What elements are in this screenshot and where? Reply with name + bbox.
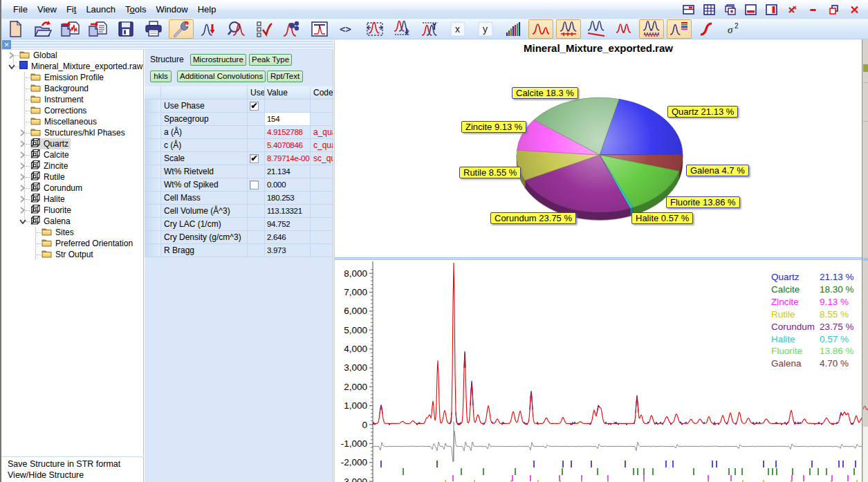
- row-selector[interactable]: [145, 192, 161, 205]
- param-code[interactable]: [311, 231, 333, 244]
- row-selector[interactable]: [145, 100, 161, 113]
- row-selector[interactable]: [145, 218, 161, 231]
- tab-additional-convolutions-button[interactable]: Additional Convolutions: [177, 71, 266, 82]
- tree-item-corrections[interactable]: Corrections: [1, 105, 144, 116]
- tree-item-quartz[interactable]: Quartz: [1, 138, 144, 149]
- toolbar-smooth-curve-button[interactable]: [694, 19, 719, 39]
- row-selector[interactable]: [145, 113, 161, 126]
- row-selector[interactable]: [145, 126, 161, 139]
- menu-launch[interactable]: Launch: [81, 0, 120, 19]
- tree-item-miscellaneous[interactable]: Miscellaneous: [1, 116, 144, 127]
- tree-expand-chevron-icon[interactable]: [19, 138, 26, 150]
- row-selector[interactable]: [145, 165, 161, 178]
- param-code[interactable]: a_qua: [311, 126, 333, 139]
- row-selector[interactable]: [145, 244, 161, 257]
- toolbar-stacked-scans-button[interactable]: [501, 19, 526, 39]
- param-code[interactable]: [311, 178, 333, 192]
- tree-item-emission-profile[interactable]: Emission Profile: [1, 72, 144, 83]
- tree-collapse-chevron-icon[interactable]: [19, 216, 26, 228]
- param-value[interactable]: [265, 100, 311, 113]
- tree-item-sites[interactable]: Sites: [1, 227, 144, 238]
- param-code[interactable]: [311, 205, 333, 218]
- toolbar-hkl-bar-button[interactable]: [307, 19, 332, 39]
- tree-item-halite[interactable]: Halite: [1, 194, 144, 205]
- param-code[interactable]: [311, 165, 333, 178]
- toolbar-insert-peak-above-button[interactable]: [418, 19, 443, 39]
- use-checkbox-checked[interactable]: ✔: [250, 154, 259, 163]
- param-value[interactable]: 113.13321: [265, 205, 311, 218]
- tree-expand-chevron-icon[interactable]: [8, 50, 15, 62]
- toolbar-structure-peak-button[interactable]: [279, 19, 304, 39]
- split-horizontal-icon[interactable]: [745, 4, 757, 15]
- pie-label-halite[interactable]: Halite 0.57 %: [631, 212, 693, 224]
- toolbar-open-file-button[interactable]: [30, 19, 55, 39]
- tree-expand-chevron-icon[interactable]: [19, 205, 26, 216]
- tree-item-zincite[interactable]: Zincite: [1, 160, 144, 172]
- param-value[interactable]: 180.253: [265, 192, 311, 205]
- tree-collapse-chevron-icon[interactable]: [8, 61, 15, 73]
- toolbar-show-ticks-button[interactable]: [556, 19, 581, 39]
- toolbar-show-background-button[interactable]: [584, 19, 609, 39]
- use-checkbox-unchecked[interactable]: [250, 180, 259, 189]
- param-value[interactable]: 4.9152788: [265, 126, 311, 139]
- dock-close-button[interactable]: ×: [2, 40, 11, 49]
- tree-item-str-output[interactable]: Str Output: [1, 249, 144, 260]
- restore-icon[interactable]: [828, 4, 840, 15]
- toolbar-y-axis-button[interactable]: y: [473, 19, 498, 39]
- tree-item-corundum[interactable]: Corundum: [1, 183, 144, 194]
- toolbar-range-select-button[interactable]: [362, 19, 387, 39]
- param-code[interactable]: c_qua: [311, 139, 333, 152]
- tab-hkls-button[interactable]: hkls: [150, 71, 172, 82]
- tab-peak-type-button[interactable]: Peak Type: [249, 54, 292, 66]
- param-value[interactable]: 8.79714e-00: [265, 152, 311, 165]
- tree-item-global[interactable]: Global: [1, 50, 144, 61]
- toolbar-checklist-button[interactable]: [252, 19, 277, 39]
- param-value[interactable]: 21.134: [265, 165, 311, 178]
- tree-item-fluorite[interactable]: Fluorite: [1, 205, 144, 216]
- param-value[interactable]: 94.752: [265, 218, 311, 231]
- param-value[interactable]: 154: [265, 113, 311, 126]
- menu-window[interactable]: Window: [151, 0, 192, 19]
- row-selector[interactable]: [145, 205, 161, 218]
- tab-rpt-text-button[interactable]: Rpt/Text: [267, 71, 303, 82]
- toolbar-sigma-squared-button[interactable]: σ2: [722, 19, 747, 39]
- tree-expand-chevron-icon[interactable]: [19, 172, 26, 183]
- toolbar-new-document-button[interactable]: [3, 19, 28, 39]
- toolbar-code-button[interactable]: <>: [335, 19, 360, 39]
- pie-label-rutile[interactable]: Rutile 8.55 %: [459, 167, 521, 178]
- tree-item-instrument[interactable]: Instrument: [1, 94, 144, 105]
- param-code[interactable]: [311, 113, 333, 126]
- close-all-icon[interactable]: [786, 4, 798, 15]
- pie-label-zincite[interactable]: Zincite 9.13 %: [461, 121, 526, 133]
- pie-label-corundum[interactable]: Corundum 23.75 %: [490, 212, 576, 224]
- tree-item-galena[interactable]: Galena: [1, 216, 144, 227]
- tree-expand-chevron-icon[interactable]: [19, 127, 26, 139]
- tree-item-structures-hkl-phases[interactable]: Structures/hkl Phases: [1, 127, 144, 138]
- tree-expand-chevron-icon[interactable]: [19, 194, 26, 205]
- param-code[interactable]: sc_qu: [311, 152, 333, 165]
- toolbar-import-text-button[interactable]: [86, 19, 111, 39]
- tree-expand-chevron-icon[interactable]: [19, 183, 26, 194]
- toolbar-show-difference-button[interactable]: [611, 19, 636, 39]
- menu-fit[interactable]: Fit: [62, 0, 81, 19]
- row-selector[interactable]: [145, 152, 161, 165]
- tree-item-mineral-mixture-exported-raw[interactable]: Mineral_Mixture_exported.raw: [1, 61, 144, 72]
- tree-item-preferred-orientation[interactable]: Preferred Orientation: [1, 238, 144, 249]
- toolbar-fit-wrench-button[interactable]: c: [169, 19, 194, 39]
- param-value[interactable]: 3.973: [265, 244, 311, 257]
- param-code[interactable]: [311, 100, 333, 113]
- tree-expand-chevron-icon[interactable]: [19, 149, 26, 161]
- tree-expand-chevron-icon[interactable]: [19, 160, 26, 172]
- param-code[interactable]: [311, 192, 333, 205]
- row-selector[interactable]: [145, 231, 161, 244]
- row-selector[interactable]: [145, 139, 161, 152]
- toolbar-x-axis-button[interactable]: x: [445, 19, 470, 39]
- param-code[interactable]: [311, 218, 333, 231]
- tab-microstructure-button[interactable]: Microstructure: [190, 54, 246, 66]
- toolbar-show-calculated-button[interactable]: [528, 19, 553, 39]
- minimize-icon[interactable]: [807, 4, 819, 15]
- toolbar-insert-peak-below-button[interactable]: [390, 19, 415, 39]
- cascade-windows-icon[interactable]: [724, 4, 736, 15]
- param-value[interactable]: 2.646: [265, 231, 311, 244]
- menu-view[interactable]: View: [33, 0, 62, 19]
